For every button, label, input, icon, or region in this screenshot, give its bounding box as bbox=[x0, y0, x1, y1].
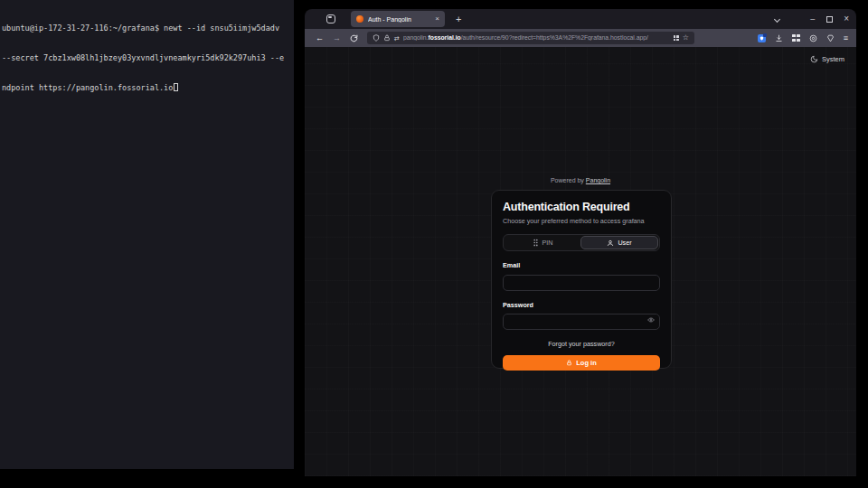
tab-user[interactable]: User bbox=[580, 236, 658, 249]
browser-toolbar: ← → ⇄ pangolin.fossorial.io/auth/resourc… bbox=[305, 29, 856, 47]
permissions-icon[interactable]: ⇄ bbox=[394, 35, 400, 42]
keypad-icon bbox=[533, 239, 539, 247]
powered-by: Powered by Pangolin bbox=[305, 177, 856, 183]
browser-tab-strip: Auth - Pangolin × + – × bbox=[305, 9, 856, 29]
tab-list-chevron-down-icon[interactable] bbox=[774, 15, 780, 22]
addon-shield-icon[interactable] bbox=[826, 34, 835, 42]
desktop: ubuntu@ip-172-31-27-116:~/grafana$ newt … bbox=[0, 0, 868, 488]
window-minimize-button[interactable]: – bbox=[810, 15, 815, 23]
theme-toggle[interactable]: System bbox=[810, 55, 844, 63]
login-lock-icon bbox=[566, 360, 572, 366]
password-field[interactable] bbox=[503, 314, 660, 330]
shield-icon[interactable] bbox=[373, 34, 380, 42]
new-tab-button[interactable]: + bbox=[456, 14, 461, 24]
window-close-button[interactable]: × bbox=[844, 14, 849, 23]
pangolin-favicon-icon bbox=[356, 15, 363, 23]
reload-icon[interactable] bbox=[350, 34, 358, 42]
auth-method-tabs: PIN User bbox=[503, 234, 660, 251]
user-icon bbox=[607, 239, 614, 247]
tab-auth-pangolin[interactable]: Auth - Pangolin × bbox=[351, 11, 445, 27]
browser-window: Auth - Pangolin × + – × ← → bbox=[305, 9, 856, 476]
close-tab-icon[interactable]: × bbox=[435, 15, 439, 23]
show-password-eye-icon[interactable] bbox=[647, 316, 655, 324]
terminal-cursor bbox=[174, 83, 178, 91]
auth-page: System Powered by Pangolin Authenticatio… bbox=[305, 47, 856, 476]
url-text: pangolin.fossorial.io/auth/resource/90?r… bbox=[403, 35, 670, 42]
circle-extension-icon[interactable] bbox=[809, 34, 817, 42]
email-label: Email bbox=[503, 261, 660, 269]
terminal-line: ubuntu@ip-172-31-27-116:~/grafana$ newt … bbox=[2, 23, 292, 33]
password-label: Password bbox=[503, 301, 660, 309]
email-field[interactable] bbox=[503, 275, 660, 291]
forgot-password-link[interactable]: Forgot your password? bbox=[503, 340, 660, 348]
extension-shield-icon[interactable] bbox=[758, 34, 766, 42]
back-button[interactable]: ← bbox=[316, 34, 324, 42]
terminal-window[interactable]: ubuntu@ip-172-31-27-116:~/grafana$ newt … bbox=[0, 0, 294, 469]
auth-card: Authentication Required Choose your pref… bbox=[491, 190, 672, 369]
window-maximize-button[interactable] bbox=[826, 16, 833, 23]
theme-label: System bbox=[822, 55, 844, 63]
page-grid-icon[interactable] bbox=[674, 35, 679, 41]
card-subtitle: Choose your preferred method to access g… bbox=[503, 217, 660, 225]
tab-pin[interactable]: PIN bbox=[505, 236, 580, 249]
url-bar[interactable]: ⇄ pangolin.fossorial.io/auth/resource/90… bbox=[367, 32, 694, 44]
menu-hamburger-icon[interactable]: ≡ bbox=[844, 34, 848, 42]
firefox-view-icon[interactable] bbox=[326, 14, 335, 23]
lock-icon[interactable] bbox=[383, 34, 391, 42]
login-button[interactable]: Log in bbox=[503, 355, 660, 371]
bookmark-star-icon[interactable]: ☆ bbox=[683, 34, 689, 42]
moon-icon bbox=[810, 55, 818, 63]
terminal-line: --secret 7cbz1xw08lh1jbzey03yxvndljvneam… bbox=[2, 53, 292, 63]
toolbar-extensions-area: ≡ bbox=[758, 34, 850, 42]
download-icon[interactable] bbox=[775, 34, 783, 42]
tab-title: Auth - Pangolin bbox=[368, 16, 430, 23]
terminal-line: ndpoint https://pangolin.fossorial.io bbox=[2, 83, 292, 93]
forward-button[interactable]: → bbox=[333, 34, 341, 42]
pangolin-link[interactable]: Pangolin bbox=[586, 177, 610, 183]
card-title: Authentication Required bbox=[503, 201, 660, 213]
extensions-icon[interactable] bbox=[792, 34, 800, 42]
